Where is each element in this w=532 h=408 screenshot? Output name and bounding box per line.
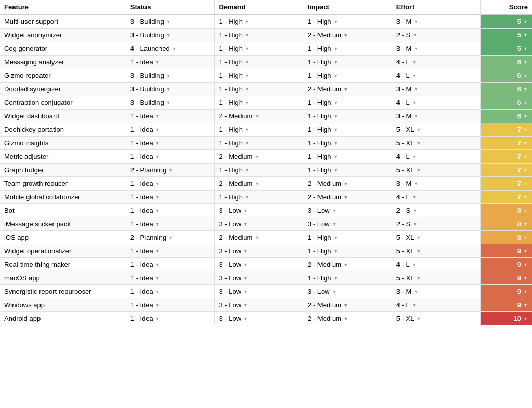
demand-cell[interactable]: 1 - High▼ <box>215 164 303 177</box>
demand-cell[interactable]: 2 - Medium▼ <box>215 150 303 164</box>
effort-cell[interactable]: 2 - S▼ <box>392 217 481 231</box>
effort-cell[interactable]: 5 - XL▼ <box>392 312 481 325</box>
demand-value: 3 - Low <box>219 220 241 228</box>
effort-cell[interactable]: 5 - XL▼ <box>392 123 481 137</box>
effort-cell[interactable]: 2 - S▼ <box>392 204 481 217</box>
demand-cell[interactable]: 1 - High▼ <box>215 42 303 56</box>
effort-cell[interactable]: 5 - XL▼ <box>392 231 481 244</box>
demand-cell[interactable]: 2 - Medium▼ <box>215 231 303 244</box>
impact-cell[interactable]: 1 - High▼ <box>303 123 392 137</box>
effort-cell[interactable]: 5 - XL▼ <box>392 244 481 258</box>
impact-cell[interactable]: 3 - Low▼ <box>303 217 392 231</box>
demand-cell[interactable]: 1 - High▼ <box>215 69 303 83</box>
effort-cell[interactable]: 5 - XL▼ <box>392 137 481 150</box>
impact-cell[interactable]: 2 - Medium▼ <box>303 312 392 325</box>
score-cell: 8▼ <box>481 231 532 244</box>
status-cell[interactable]: 1 - Idea▼ <box>126 244 215 258</box>
status-cell[interactable]: 3 - Building▼ <box>126 96 215 110</box>
demand-cell[interactable]: 1 - High▼ <box>215 96 303 110</box>
status-cell[interactable]: 1 - Idea▼ <box>126 56 215 69</box>
impact-cell[interactable]: 1 - High▼ <box>303 15 392 29</box>
demand-cell[interactable]: 2 - Medium▼ <box>215 110 303 123</box>
status-cell[interactable]: 1 - Idea▼ <box>126 285 215 298</box>
impact-cell[interactable]: 3 - Low▼ <box>303 204 392 217</box>
effort-cell[interactable]: 4 - L▼ <box>392 191 481 204</box>
impact-cell[interactable]: 1 - High▼ <box>303 56 392 69</box>
impact-cell[interactable]: 2 - Medium▼ <box>303 83 392 96</box>
effort-cell[interactable]: 4 - L▼ <box>392 96 481 110</box>
effort-cell[interactable]: 4 - L▼ <box>392 69 481 83</box>
demand-cell[interactable]: 3 - Low▼ <box>215 285 303 298</box>
impact-cell[interactable]: 1 - High▼ <box>303 231 392 244</box>
dropdown-caret-icon: ▼ <box>416 127 421 132</box>
status-cell[interactable]: 3 - Building▼ <box>126 69 215 83</box>
effort-cell[interactable]: 4 - L▼ <box>392 56 481 69</box>
status-cell[interactable]: 1 - Idea▼ <box>126 177 215 191</box>
status-cell[interactable]: 1 - Idea▼ <box>126 110 215 123</box>
table-row: Contraption conjugator3 - Building▼1 - H… <box>0 96 532 110</box>
impact-cell[interactable]: 1 - High▼ <box>303 42 392 56</box>
impact-cell[interactable]: 2 - Medium▼ <box>303 298 392 312</box>
demand-cell[interactable]: 2 - Medium▼ <box>215 177 303 191</box>
effort-cell[interactable]: 3 - M▼ <box>392 110 481 123</box>
status-cell[interactable]: 1 - Idea▼ <box>126 312 215 325</box>
effort-cell[interactable]: 4 - L▼ <box>392 258 481 271</box>
impact-cell[interactable]: 1 - High▼ <box>303 244 392 258</box>
effort-cell[interactable]: 3 - M▼ <box>392 285 481 298</box>
effort-cell[interactable]: 5 - XL▼ <box>392 271 481 285</box>
status-cell[interactable]: 1 - Idea▼ <box>126 298 215 312</box>
demand-cell[interactable]: 3 - Low▼ <box>215 217 303 231</box>
status-cell[interactable]: 1 - Idea▼ <box>126 204 215 217</box>
effort-cell[interactable]: 3 - M▼ <box>392 42 481 56</box>
demand-cell[interactable]: 3 - Low▼ <box>215 312 303 325</box>
impact-cell[interactable]: 1 - High▼ <box>303 137 392 150</box>
status-cell[interactable]: 1 - Idea▼ <box>126 137 215 150</box>
effort-cell[interactable]: 3 - M▼ <box>392 83 481 96</box>
dropdown-caret-icon: ▼ <box>155 316 160 321</box>
impact-cell[interactable]: 2 - Medium▼ <box>303 177 392 191</box>
effort-cell[interactable]: 4 - L▼ <box>392 298 481 312</box>
impact-cell[interactable]: 3 - Low▼ <box>303 285 392 298</box>
status-value: 3 - Building <box>130 99 164 106</box>
demand-value: 1 - High <box>219 193 243 201</box>
status-cell[interactable]: 2 - Planning▼ <box>126 231 215 244</box>
demand-cell[interactable]: 1 - High▼ <box>215 56 303 69</box>
demand-cell[interactable]: 1 - High▼ <box>215 83 303 96</box>
impact-cell[interactable]: 1 - High▼ <box>303 69 392 83</box>
impact-cell[interactable]: 2 - Medium▼ <box>303 258 392 271</box>
status-cell[interactable]: 3 - Building▼ <box>126 15 215 29</box>
effort-cell[interactable]: 4 - L▼ <box>392 150 481 164</box>
status-cell[interactable]: 2 - Planning▼ <box>126 164 215 177</box>
impact-cell[interactable]: 1 - High▼ <box>303 150 392 164</box>
demand-cell[interactable]: 3 - Low▼ <box>215 298 303 312</box>
impact-cell[interactable]: 1 - High▼ <box>303 164 392 177</box>
demand-cell[interactable]: 1 - High▼ <box>215 15 303 29</box>
demand-cell[interactable]: 3 - Low▼ <box>215 244 303 258</box>
impact-cell[interactable]: 1 - High▼ <box>303 110 392 123</box>
status-cell[interactable]: 1 - Idea▼ <box>126 258 215 271</box>
demand-cell[interactable]: 1 - High▼ <box>215 191 303 204</box>
effort-cell[interactable]: 2 - S▼ <box>392 29 481 42</box>
demand-cell[interactable]: 3 - Low▼ <box>215 204 303 217</box>
status-cell[interactable]: 1 - Idea▼ <box>126 191 215 204</box>
demand-cell[interactable]: 3 - Low▼ <box>215 271 303 285</box>
status-cell[interactable]: 3 - Building▼ <box>126 29 215 42</box>
impact-cell[interactable]: 1 - High▼ <box>303 96 392 110</box>
impact-cell[interactable]: 2 - Medium▼ <box>303 29 392 42</box>
demand-cell[interactable]: 1 - High▼ <box>215 123 303 137</box>
demand-cell[interactable]: 3 - Low▼ <box>215 258 303 271</box>
dropdown-caret-icon: ▼ <box>245 60 249 65</box>
status-cell[interactable]: 1 - Idea▼ <box>126 217 215 231</box>
effort-cell[interactable]: 3 - M▼ <box>392 177 481 191</box>
demand-cell[interactable]: 1 - High▼ <box>215 29 303 42</box>
impact-cell[interactable]: 1 - High▼ <box>303 271 392 285</box>
status-cell[interactable]: 1 - Idea▼ <box>126 123 215 137</box>
status-cell[interactable]: 1 - Idea▼ <box>126 271 215 285</box>
effort-cell[interactable]: 5 - XL▼ <box>392 164 481 177</box>
status-cell[interactable]: 4 - Launched▼ <box>126 42 215 56</box>
impact-cell[interactable]: 2 - Medium▼ <box>303 191 392 204</box>
status-cell[interactable]: 1 - Idea▼ <box>126 150 215 164</box>
demand-cell[interactable]: 1 - High▼ <box>215 137 303 150</box>
status-cell[interactable]: 3 - Building▼ <box>126 83 215 96</box>
effort-cell[interactable]: 3 - M▼ <box>392 15 481 29</box>
